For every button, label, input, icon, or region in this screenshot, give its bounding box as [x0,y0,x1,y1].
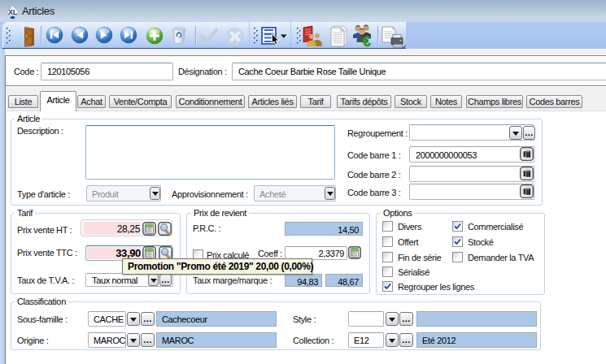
svg-text:€: € [363,33,371,48]
svg-text:XL: XL [8,8,18,16]
